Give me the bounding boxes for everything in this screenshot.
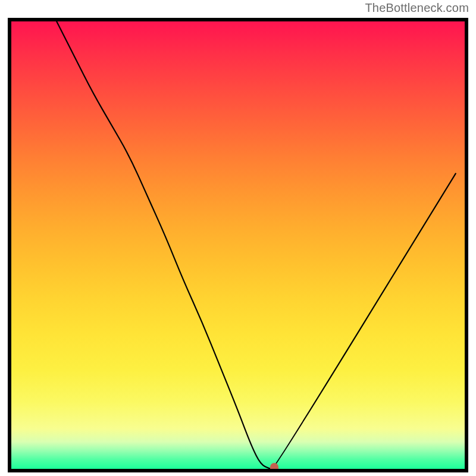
chart-container: TheBottleneck.com: [0, 0, 476, 476]
curve-svg: [11, 21, 465, 469]
bottleneck-curve: [57, 21, 456, 469]
plot-frame: [8, 18, 468, 472]
plot-area: [11, 21, 465, 469]
optimum-marker: [270, 463, 278, 472]
attribution-text: TheBottleneck.com: [365, 1, 469, 15]
